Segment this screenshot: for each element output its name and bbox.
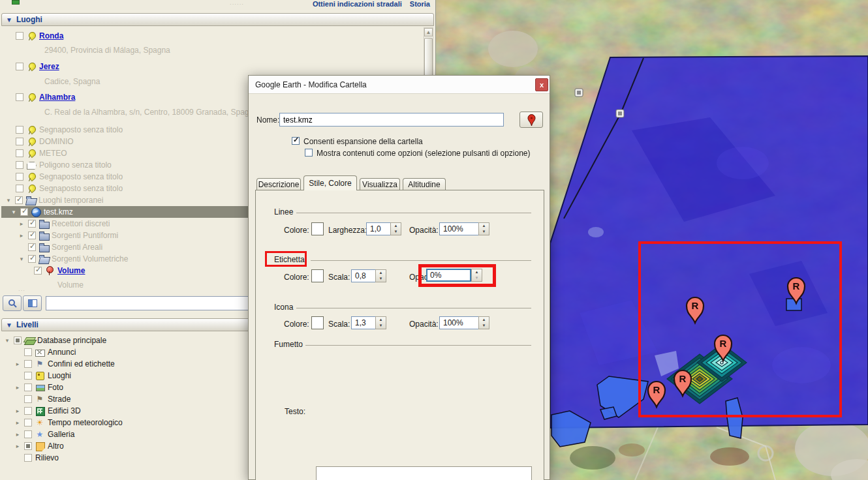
places-panel-header[interactable]: ▼Luoghi	[1, 13, 434, 26]
tab-altitudine[interactable]: Altitudine	[403, 178, 446, 190]
expander-open-icon[interactable]: ▾	[10, 209, 17, 215]
balloon-text-area[interactable]	[316, 466, 532, 480]
expander-closed-icon[interactable]: ▸	[14, 361, 21, 367]
icona-scala-value[interactable]: 1,3	[351, 316, 375, 329]
spin-up-icon[interactable]: ▲	[479, 317, 489, 323]
spin-up-icon[interactable]: ▲	[376, 317, 386, 323]
link-directions[interactable]: Ottieni indicazioni stradali	[313, 0, 402, 8]
close-icon[interactable]: x	[535, 78, 548, 91]
etichetta-scala-value[interactable]: 0,8	[351, 269, 375, 282]
checkbox[interactable]	[24, 383, 32, 391]
divider-handle[interactable]: ···	[18, 288, 25, 293]
linee-larghezza-spinbox[interactable]: 1,0 ▲▼	[366, 222, 401, 235]
checkbox-allow-expand[interactable]	[292, 137, 300, 145]
checkbox[interactable]	[28, 243, 36, 251]
panel-toggle-button[interactable]	[23, 295, 42, 311]
tree-row-ronda[interactable]: Ronda	[1, 30, 434, 42]
spin-down-icon[interactable]: ▼	[376, 276, 386, 282]
checkbox[interactable]	[16, 138, 23, 145]
checkbox[interactable]	[28, 232, 36, 239]
linee-opacita-value[interactable]: 100%	[439, 222, 478, 235]
place-label[interactable]: Sorgenti Areali	[52, 243, 102, 252]
dialog-titlebar[interactable]: Google Earth - Modifica Cartella x	[249, 76, 550, 94]
link-history[interactable]: Storia	[410, 0, 430, 8]
collapse-triangle-icon[interactable]: ▼	[6, 322, 12, 329]
checkbox-partial[interactable]	[24, 442, 32, 450]
etichetta-opacita-spinbox-focused[interactable]: 0% ▲▼	[426, 269, 482, 282]
checkbox[interactable]	[16, 63, 23, 70]
etichetta-scala-spinbox[interactable]: 0,8 ▲▼	[351, 269, 386, 282]
layer-label[interactable]: Galleria	[48, 430, 74, 439]
checkbox[interactable]	[16, 93, 23, 101]
checkbox[interactable]	[24, 430, 32, 438]
divider-handle[interactable]: ······	[230, 1, 244, 7]
layer-label[interactable]: Strade	[48, 395, 70, 404]
icona-color-swatch[interactable]	[311, 316, 324, 329]
place-label[interactable]: test.kmz	[44, 207, 73, 217]
checkbox[interactable]	[16, 149, 23, 157]
place-link[interactable]: Ronda	[39, 31, 63, 40]
layer-label[interactable]: Tempo meteorologico	[48, 418, 123, 427]
checkbox[interactable]	[34, 267, 42, 275]
checkbox[interactable]	[16, 32, 23, 40]
place-label[interactable]: Sorgenti Puntiformi	[52, 231, 118, 240]
spin-up-icon[interactable]: ▲	[472, 269, 482, 275]
search-button[interactable]	[3, 295, 22, 311]
collapse-triangle-icon[interactable]: ▼	[6, 16, 12, 23]
checkbox[interactable]	[24, 395, 32, 403]
checkbox[interactable]	[16, 126, 23, 134]
spin-up-icon[interactable]: ▲	[376, 270, 386, 276]
etichetta-color-swatch[interactable]	[311, 269, 324, 282]
place-label[interactable]: Recettori discreti	[52, 219, 110, 228]
checkbox-partial[interactable]	[14, 337, 22, 344]
expander-closed-icon[interactable]: ▸	[18, 220, 25, 227]
spin-down-icon[interactable]: ▼	[479, 323, 489, 329]
expander-closed-icon[interactable]: ▸	[14, 443, 21, 449]
spin-up-icon[interactable]: ▲	[391, 223, 401, 229]
tab-descrizione[interactable]: Descrizione	[256, 178, 301, 190]
linee-color-swatch[interactable]	[311, 222, 324, 235]
folder-name-input[interactable]	[279, 113, 504, 127]
spin-down-icon[interactable]: ▼	[479, 229, 489, 235]
spin-down-icon[interactable]: ▼	[376, 323, 386, 329]
checkbox[interactable]	[16, 173, 23, 181]
layer-label[interactable]: Edifici 3D	[48, 406, 81, 415]
checkbox[interactable]	[24, 419, 32, 427]
place-label[interactable]: Segnaposto senza titolo	[39, 125, 123, 134]
spin-up-icon[interactable]: ▲	[479, 223, 489, 229]
checkbox-radio-options[interactable]	[305, 149, 313, 157]
checkbox[interactable]	[28, 255, 36, 263]
place-label[interactable]: Segnaposto senza titolo	[39, 184, 123, 193]
expander-closed-icon[interactable]: ▸	[14, 419, 21, 426]
checkbox[interactable]	[24, 348, 32, 356]
expander-open-icon[interactable]: ▾	[5, 197, 12, 203]
place-link[interactable]: Jerez	[39, 62, 59, 71]
layer-label[interactable]: Annunci	[48, 348, 76, 357]
scroll-up-icon[interactable]: ▲	[424, 28, 433, 37]
expander-closed-icon[interactable]: ▸	[14, 431, 21, 438]
checkbox[interactable]	[16, 161, 23, 169]
layer-label[interactable]: Foto	[48, 383, 63, 392]
place-label[interactable]: DOMINIO	[39, 137, 74, 146]
place-label[interactable]: Sorgenti Volumetriche	[52, 254, 128, 263]
checkbox[interactable]	[24, 360, 32, 368]
checkbox[interactable]	[24, 372, 32, 380]
icona-opacita-spinbox[interactable]: 100% ▲▼	[439, 316, 489, 329]
icona-scala-spinbox[interactable]: 1,3 ▲▼	[351, 316, 386, 329]
expander-open-icon[interactable]: ▾	[4, 337, 10, 344]
place-label[interactable]: Segnaposto senza titolo	[39, 172, 123, 181]
spin-down-icon[interactable]: ▼	[391, 229, 401, 235]
layer-label[interactable]: Luoghi	[48, 371, 71, 380]
tab-stile-colore[interactable]: Stile, Colore	[303, 175, 357, 190]
spin-down-icon[interactable]: ▼	[472, 275, 482, 281]
checkbox[interactable]	[16, 185, 23, 192]
icona-opacita-value[interactable]: 100%	[439, 316, 478, 329]
layer-label[interactable]: Rilievo	[35, 453, 59, 462]
checkbox[interactable]	[24, 407, 32, 415]
layer-label[interactable]: Database principale	[37, 336, 106, 345]
place-link[interactable]: Alhambra	[39, 93, 75, 102]
checkbox[interactable]	[20, 208, 28, 216]
layer-label[interactable]: Confini ed etichette	[48, 359, 115, 368]
place-label[interactable]: METEO	[39, 149, 67, 158]
place-label[interactable]: Poligono senza titolo	[39, 160, 112, 170]
